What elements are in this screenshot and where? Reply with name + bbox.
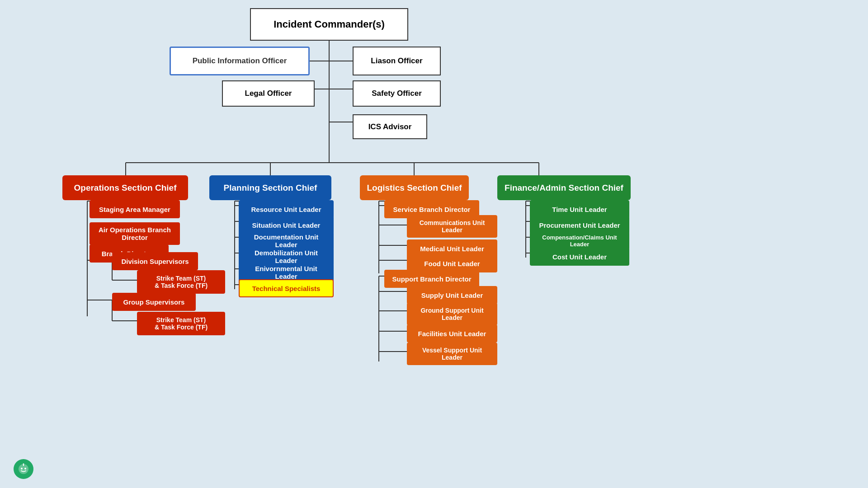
fin-chief-box: Finance/Admin Section Chief (497, 175, 631, 200)
strike-tf-2-box: Strike Team (ST) & Task Force (TF) (137, 312, 225, 335)
ground-support-box: Ground Support Unit Leader (407, 303, 497, 325)
procurement-unit-box: Procurement Unit Leader (530, 216, 629, 234)
resource-unit-box: Resource Unit Leader (239, 200, 334, 218)
facilities-unit-box: Facilities Unit Leader (407, 324, 497, 343)
strike-tf-1-box: Strike Team (ST) & Task Force (TF) (137, 270, 225, 294)
support-branch-box: Support Branch Director (384, 270, 479, 288)
org-chart: Incident Commander(s) Public Information… (0, 0, 868, 488)
vessel-support-box: Vessel Support Unit Leader (407, 343, 497, 365)
ops-chief-box: Operations Section Chief (62, 175, 188, 200)
demob-unit-box: Demobilization Unit Leader (239, 248, 334, 266)
incident-commander-box: Incident Commander(s) (250, 8, 408, 41)
bot-icon[interactable] (14, 459, 33, 479)
svg-point-62 (24, 468, 26, 469)
plan-chief-box: Planning Section Chief (209, 175, 331, 200)
group-sups-box: Group Supervisors (112, 293, 196, 311)
ics-advisor-box: ICS Advisor (353, 114, 427, 139)
env-unit-box: Enivornmental Unit Leader (239, 263, 334, 282)
legal-box: Legal Officer (222, 80, 315, 107)
doc-unit-box: Documentation Unit Leader (239, 232, 334, 250)
comp-claims-unit-box: Compensation/Claims Unit Leader (530, 232, 629, 250)
public-info-box: Public Information Officer (170, 47, 310, 75)
time-unit-box: Time Unit Leader (530, 200, 629, 218)
liason-box: Liason Officer (353, 47, 441, 75)
div-sups-box: Division Supervisors (112, 252, 198, 270)
supply-unit-box: Supply Unit Leader (407, 286, 497, 304)
cost-unit-box: Cost Unit Leader (530, 248, 629, 266)
svg-point-64 (23, 464, 24, 465)
air-ops-box: Air Operations Branch Director (90, 222, 180, 245)
log-chief-box: Logistics Section Chief (360, 175, 469, 200)
staging-mgr-box: Staging Area Manager (90, 200, 180, 218)
tech-specialists-box: Technical Specialists (239, 279, 334, 297)
comms-unit-box: Communications Unit Leader (407, 215, 497, 238)
situation-unit-box: Situation Unit Leader (239, 216, 334, 234)
safety-box: Safety Officer (353, 80, 441, 107)
svg-point-61 (21, 468, 23, 469)
